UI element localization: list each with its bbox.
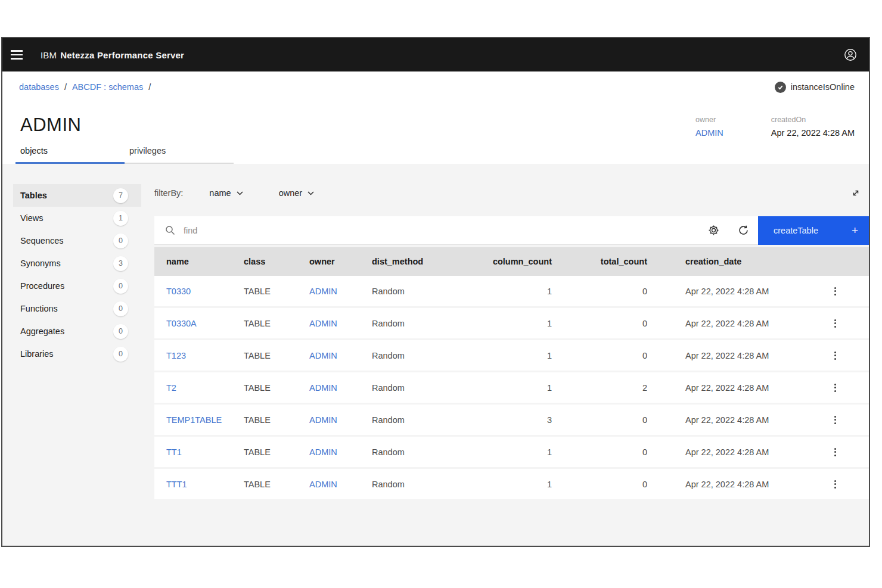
sidebar-item-count-badge: 7 [113,188,128,203]
sidebar-item[interactable]: Sequences 0 [13,229,141,252]
create-table-label: createTable [774,226,818,235]
user-avatar-icon[interactable] [841,46,859,64]
created-pair: createdOn Apr 22, 2022 4:28 AM [771,116,855,138]
cell-dist-method: Random [369,447,489,457]
table-row[interactable]: T0330 TABLE ADMIN Random 1 0 Apr 22, 202… [154,276,869,308]
tab-bar: objectsprivileges [2,140,869,164]
owner-label: owner [695,116,723,124]
cell-column-count: 1 [489,319,554,328]
chevron-down-icon [308,191,314,195]
search-toolbar: createTable + [154,216,869,245]
cell-class: TABLE [241,287,307,296]
row-menu-kebab-icon[interactable] [831,380,840,396]
table-row[interactable]: TTT1 TABLE ADMIN Random 1 0 Apr 22, 2022… [154,469,869,501]
sidebar-item-count-badge: 0 [113,234,128,248]
table-header-row: name class owner dist_method column_coun… [154,247,869,276]
row-menu-kebab-icon[interactable] [831,477,840,492]
sidebar-item-label: Aggregates [20,326,64,336]
sidebar-item-count-badge: 0 [113,324,128,339]
row-menu-kebab-icon[interactable] [831,284,840,299]
sidebar-item-count-badge: 1 [113,211,128,226]
page-title: ADMIN [20,114,81,138]
cell-dist-method: Random [369,480,489,489]
table-row[interactable]: T0330A TABLE ADMIN Random 1 0 Apr 22, 20… [154,308,869,340]
sidebar-item-label: Procedures [20,281,64,291]
row-menu-kebab-icon[interactable] [831,412,840,428]
cell-class: TABLE [241,447,307,457]
sidebar-item-label: Views [20,213,43,223]
row-menu-kebab-icon[interactable] [831,316,840,331]
sidebar-item[interactable]: Functions 0 [13,297,141,320]
cell-column-count: 1 [489,447,554,457]
row-menu-kebab-icon[interactable] [831,348,840,363]
sidebar-item[interactable]: Tables 7 [13,184,141,207]
cell-column-count: 1 [489,383,554,393]
owner-link[interactable]: ADMIN [309,319,337,328]
cell-column-count: 1 [489,287,554,296]
table-name-link[interactable]: T0330 [166,287,191,296]
cell-creation-date: Apr 22, 2022 4:28 AM [650,319,802,328]
cell-total-count: 0 [554,287,650,296]
breadcrumb-row: databases / ABCDF : schemas / instanceIs… [2,71,869,102]
chevron-down-icon [237,191,243,195]
table-name-link[interactable]: T123 [166,351,186,360]
sidebar-item[interactable]: Synonyms 3 [13,252,141,275]
sidebar-item[interactable]: Aggregates 0 [13,320,141,343]
table-row[interactable]: TEMP1TABLE TABLE ADMIN Random 3 0 Apr 22… [154,405,869,437]
breadcrumb-link[interactable]: ABCDF : schemas [72,82,143,92]
filter-dropdown[interactable]: owner [279,188,315,198]
sidebar-item[interactable]: Views 1 [13,207,141,229]
table-name-link[interactable]: T2 [166,383,176,393]
search-input[interactable] [184,226,698,235]
cell-column-count: 3 [489,415,554,425]
app-title-prefix: IBM [41,50,57,60]
sidebar-item-count-badge: 0 [113,347,128,362]
maximize-icon[interactable] [851,188,861,198]
breadcrumb-link[interactable]: databases [19,82,59,92]
table-name-link[interactable]: T0330A [166,319,197,328]
owner-link[interactable]: ADMIN [309,351,337,360]
col-header-name: name [154,257,241,266]
col-header-creation-date: creation_date [650,257,802,266]
sidebar-item[interactable]: Procedures 0 [13,275,141,297]
filter-by-label: filterBy: [154,188,183,198]
row-menu-kebab-icon[interactable] [831,444,840,460]
table-row[interactable]: T2 TABLE ADMIN Random 1 2 Apr 22, 2022 4… [154,372,869,405]
tab[interactable]: objects [15,140,125,164]
breadcrumb-separator: / [64,82,67,92]
table-name-link[interactable]: TT1 [166,447,182,457]
col-header-class: class [241,257,307,266]
owner-link[interactable]: ADMIN [309,415,337,425]
refresh-icon[interactable] [728,216,758,245]
create-table-button[interactable]: createTable + [758,216,869,245]
owner-link[interactable]: ADMIN [309,287,337,296]
sidebar-item-count-badge: 0 [113,279,128,294]
menu-icon[interactable] [2,38,31,71]
table-row[interactable]: TT1 TABLE ADMIN Random 1 0 Apr 22, 2022 … [154,437,869,469]
cell-column-count: 1 [489,351,554,360]
table-name-link[interactable]: TEMP1TABLE [166,415,222,425]
filter-dropdown[interactable]: name [209,188,243,198]
top-bar: IBMNetezza Performance Server [2,38,869,71]
status-label: instanceIsOnline [791,82,855,92]
owner-link[interactable]: ADMIN [309,447,337,457]
owner-link[interactable]: ADMIN [309,383,337,393]
cell-creation-date: Apr 22, 2022 4:28 AM [650,480,802,489]
owner-link[interactable]: ADMIN [695,128,723,138]
cell-total-count: 0 [554,351,650,360]
page-meta: owner ADMIN createdOn Apr 22, 2022 4:28 … [695,114,855,138]
cell-dist-method: Random [369,287,489,296]
table-row[interactable]: T123 TABLE ADMIN Random 1 0 Apr 22, 2022… [154,340,869,372]
cell-total-count: 2 [554,383,650,393]
sidebar-item[interactable]: Libraries 0 [13,343,141,365]
tab[interactable]: privileges [125,140,234,164]
owner-link[interactable]: ADMIN [309,480,337,489]
sidebar-item-label: Tables [20,191,47,200]
table-name-link[interactable]: TTT1 [166,480,187,489]
settings-gear-icon[interactable] [698,216,728,245]
breadcrumb-item: databases / [19,82,67,92]
cell-dist-method: Random [369,351,489,360]
breadcrumb-item: ABCDF : schemas / [72,82,151,92]
breadcrumb-separator: / [148,82,151,92]
cell-class: TABLE [241,319,307,328]
